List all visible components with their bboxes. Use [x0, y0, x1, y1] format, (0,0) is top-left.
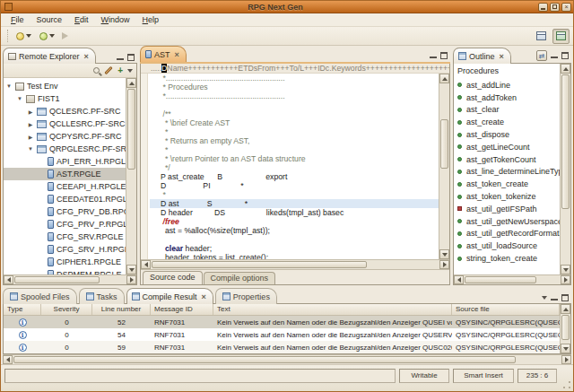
- tree-item-cfg_prv_db.rpgle[interactable]: CFG_PRV_DB.RPGLE: [4, 205, 126, 218]
- tab-properties[interactable]: Properties: [215, 288, 277, 304]
- outline-item-ast_util_getNewUserspace[interactable]: ast_util_getNewUserspace: [457, 215, 560, 228]
- tree-item-fist1[interactable]: ▼FIST1: [4, 92, 126, 105]
- expander-open-icon[interactable]: ▼: [16, 96, 23, 101]
- scrollbar-thumb[interactable]: [440, 119, 448, 169]
- close-icon[interactable]: ×: [202, 292, 206, 301]
- code-line[interactable]: * Procedures: [150, 83, 439, 91]
- minimize-view-icon[interactable]: [430, 56, 437, 58]
- tree-item-cipher1.rpgle[interactable]: CIPHER1.RPGLE: [4, 256, 126, 268]
- scroll-down-button[interactable]: [126, 265, 136, 274]
- maximize-button[interactable]: [550, 3, 560, 12]
- code-line[interactable]: [150, 235, 439, 244]
- code-line[interactable]: *: [150, 145, 439, 154]
- new-wizard-button[interactable]: [13, 29, 35, 44]
- scrollbar-thumb[interactable]: [465, 276, 536, 283]
- code-line[interactable]: * \brief Create AST: [150, 118, 439, 127]
- menu-item-window[interactable]: Window: [95, 14, 136, 25]
- status-insert-mode[interactable]: Smart Insert: [453, 369, 514, 383]
- tree-item-cfg_srv_h.rpgle[interactable]: CFG_SRV_H.RPGLE: [4, 243, 126, 256]
- outline-item-string_token_create[interactable]: string_token_create: [457, 252, 560, 265]
- view-menu-icon[interactable]: [542, 296, 547, 300]
- minimize-button[interactable]: [538, 3, 548, 12]
- tree-item-ceeapi_h.rpgle[interactable]: CEEAPI_H.RPGLE: [4, 180, 126, 193]
- scroll-up-button[interactable]: [439, 74, 449, 83]
- outline-item-ast_line_determineLineType[interactable]: ast_line_determineLineType: [457, 166, 560, 179]
- column-header-text[interactable]: Text: [213, 304, 452, 315]
- minimize-view-icon[interactable]: [117, 57, 124, 60]
- resize-grip[interactable]: [562, 380, 571, 389]
- close-icon[interactable]: ×: [175, 50, 179, 59]
- outline-item-ast_getLineCount[interactable]: ast_getLineCount: [457, 141, 560, 153]
- column-header-source-file[interactable]: Source file: [452, 304, 560, 315]
- code-line[interactable]: D PI *: [150, 181, 439, 190]
- outline-item-ast_token_create[interactable]: ast_token_create: [457, 178, 560, 190]
- tab-outline[interactable]: Outline ×: [453, 48, 511, 64]
- code-line[interactable]: header_tokens = list_create();: [150, 253, 439, 259]
- column-header-message-id[interactable]: Message ID: [151, 304, 213, 315]
- code-line[interactable]: * \return Pointer to an AST data structu…: [150, 154, 439, 163]
- table-row[interactable]: 059RNF7031Kein Verweis auf den Namen ode…: [4, 341, 560, 353]
- edit-icon[interactable]: [105, 66, 113, 74]
- column-header-type[interactable]: Type: [4, 304, 41, 315]
- table-row[interactable]: 052RNF7031Kein Verweis auf den Namen ode…: [4, 316, 560, 328]
- code-line[interactable]: *: [150, 127, 439, 136]
- code-line[interactable]: */: [150, 163, 439, 172]
- code-line[interactable]: [150, 100, 439, 109]
- code-line[interactable]: *.......................................…: [150, 74, 439, 83]
- expander-closed-icon[interactable]: ▶: [27, 121, 34, 127]
- maximize-view-icon[interactable]: [561, 52, 569, 59]
- tree-item-cfg_prv_p.rpgle[interactable]: CFG_PRV_P.RPGLE: [4, 218, 126, 231]
- close-icon[interactable]: ×: [500, 52, 504, 61]
- outline-item-ast_dispose[interactable]: ast_dispose: [457, 128, 560, 141]
- code-line[interactable]: /free: [150, 217, 439, 226]
- explorer-vscrollbar[interactable]: [126, 78, 136, 274]
- code-line[interactable]: * Returns an empty AST,: [150, 136, 439, 145]
- code-line[interactable]: ast = %alloc(%size(tmpl_ast));: [150, 226, 439, 235]
- scroll-up-button[interactable]: [126, 78, 136, 88]
- tab-ast-editor[interactable]: AST ×: [140, 46, 187, 62]
- scroll-right-button[interactable]: [561, 275, 570, 284]
- column-header-line-number[interactable]: Line number: [92, 304, 151, 315]
- maximize-view-icon[interactable]: [561, 294, 569, 301]
- outline-item-ast_addToken[interactable]: ast_addToken: [457, 91, 560, 104]
- table-row[interactable]: 054RNF7031Kein Verweis auf den Namen ode…: [4, 328, 560, 341]
- scroll-left-button[interactable]: [4, 275, 13, 284]
- menu-item-edit[interactable]: Edit: [68, 14, 95, 25]
- other-perspective-button[interactable]: [533, 29, 550, 44]
- tab-remote-explorer[interactable]: Remote Explorer ×: [3, 48, 96, 64]
- expander-closed-icon[interactable]: ▶: [27, 134, 34, 140]
- search-icon[interactable]: [93, 67, 100, 74]
- menu-item-help[interactable]: Help: [136, 14, 166, 25]
- scrollbar-thumb[interactable]: [127, 89, 135, 170]
- code-line[interactable]: D header DS likeds(tmpl_ast) basec: [150, 208, 439, 217]
- tab-compile-result[interactable]: Compile Result×: [126, 288, 213, 304]
- tree-item-ast.rpgle[interactable]: AST.RPGLE: [4, 168, 126, 180]
- tree-item-qcllesrc.pf-src[interactable]: ▶QCLLESRC.PF-SRC: [4, 118, 126, 130]
- outline-item-ast_create[interactable]: ast_create: [457, 116, 560, 128]
- scroll-left-button[interactable]: [454, 275, 464, 284]
- code-line[interactable]: D ast S *: [150, 199, 439, 208]
- editor-hscrollbar[interactable]: [141, 259, 449, 269]
- expander-open-icon[interactable]: ▼: [5, 83, 13, 89]
- scrollbar-thumb[interactable]: [13, 356, 516, 363]
- scroll-left-button[interactable]: [3, 355, 13, 364]
- link-with-editor-button[interactable]: ⇄: [536, 50, 547, 61]
- tree-item-api_err_h.rpgle[interactable]: API_ERR_H.RPGLE: [4, 155, 126, 168]
- scroll-right-button[interactable]: [439, 260, 449, 269]
- tree-item-qrpglesrc.pf-src[interactable]: ▼QRPGLESRC.PF-SRC: [4, 143, 126, 155]
- scroll-down-button[interactable]: [439, 249, 449, 259]
- column-header-severity[interactable]: Severity: [41, 304, 92, 315]
- outline-item-ast_util_getIFSPath[interactable]: ast_util_getIFSPath: [457, 203, 560, 215]
- editor-code[interactable]: *.......................................…: [148, 74, 439, 259]
- expander-closed-icon[interactable]: ▶: [27, 109, 34, 115]
- tree-item-qclesrc.pf-src[interactable]: ▶QCLESRC.PF-SRC: [4, 105, 126, 118]
- menu-item-source[interactable]: Source: [30, 14, 69, 25]
- code-line[interactable]: *.......................................…: [150, 91, 439, 100]
- minimize-view-icon[interactable]: [551, 298, 558, 301]
- title-bar[interactable]: RPG Next Gen ×: [1, 1, 573, 13]
- code-line[interactable]: P ast_create B export: [150, 172, 439, 181]
- code-line[interactable]: /**: [150, 109, 439, 118]
- code-line[interactable]: *: [150, 190, 439, 199]
- expander-open-icon[interactable]: ▼: [27, 146, 34, 152]
- scrollbar-thumb[interactable]: [152, 261, 367, 268]
